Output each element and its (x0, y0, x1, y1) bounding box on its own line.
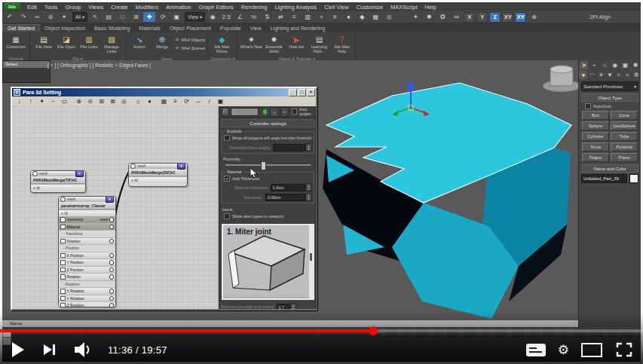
primitive-teapot-button[interactable]: Teapot (582, 153, 609, 162)
node-id-row[interactable]: + Id (129, 176, 187, 183)
percent-snap-icon[interactable]: % (247, 12, 259, 22)
param-checkbox[interactable] (60, 289, 66, 294)
node-output-port[interactable] (60, 197, 66, 202)
shapes-subtab[interactable]: ◠ (588, 71, 596, 79)
primitive-plane-button[interactable]: Plane (611, 153, 638, 162)
render-setup-icon[interactable]: ◆ (356, 12, 368, 22)
primitive-sphere-button[interactable]: Sphere (582, 121, 609, 130)
para-tool-18-icon[interactable]: ↔ (192, 96, 204, 106)
corner-icon[interactable]: ⌐ (280, 107, 289, 117)
axis-xy-button[interactable]: XY (515, 12, 526, 23)
ribbon-button-file-open[interactable]: ◪File Open (55, 35, 78, 54)
helpers-subtab[interactable]: ⌗ (614, 71, 623, 79)
primitive-category-dropdown[interactable]: Standard Primitives ▾ (581, 81, 638, 91)
param-checkbox[interactable] (60, 225, 66, 230)
progress-bar[interactable] (0, 329, 643, 332)
schematic-view-icon[interactable]: # (329, 12, 341, 22)
para-tool-16-icon[interactable]: ≡ (170, 96, 181, 106)
settings-gear-icon[interactable]: ⚙ (558, 344, 569, 356)
primitive-box-button[interactable]: Box (582, 111, 609, 120)
menu-edit[interactable]: Edit (23, 4, 41, 11)
ribbon-tab-get-started[interactable]: Get Started (2, 24, 40, 32)
volume-button[interactable] (75, 342, 94, 357)
param-output-port[interactable] (109, 268, 115, 273)
menu-views[interactable]: Views (84, 4, 107, 11)
motion-tab[interactable]: ◉ (611, 61, 619, 69)
param-row-rotation[interactable]: Rotation (59, 274, 115, 281)
param-output-port[interactable] (109, 296, 115, 301)
render-icon[interactable]: ◎ (383, 12, 395, 22)
use-pivot-icon[interactable]: ◉ (207, 12, 219, 22)
ribbon-tab-materials[interactable]: Materials (134, 25, 164, 32)
progress-scrubber[interactable] (369, 326, 378, 335)
param-output-port[interactable] (109, 260, 115, 265)
thickness-spinner[interactable]: ▲▼ (305, 183, 312, 191)
para-tool-4-icon[interactable]: ▭ (59, 96, 70, 106)
ribbon-button-merge[interactable]: ⊕Merge (151, 35, 173, 54)
ribbon-tab-populate[interactable]: Populate (216, 25, 246, 32)
node-graph-canvas[interactable]: mesh ▼ PARAMeshMerge(TIF)#1 + Id mesh ▼ … (14, 106, 217, 309)
modify-tab[interactable]: ⌁ (590, 61, 599, 69)
ribbon-button-what-s-new[interactable]: ✷What's New (240, 35, 262, 54)
menu-animation[interactable]: Animation (162, 4, 194, 11)
param-row-z-rotation[interactable]: Z Rotation (59, 302, 115, 307)
param-row-z-position[interactable]: Z Position (59, 267, 115, 274)
tolerance-spinner[interactable]: ▲▼ (305, 193, 312, 201)
subtitles-icon[interactable] (526, 344, 546, 356)
align-tool-label[interactable]: 3Pt Align (589, 14, 611, 20)
rectangular-selection-icon[interactable]: □ (116, 12, 128, 22)
create-tab[interactable]: ➤ (580, 61, 588, 69)
undo-icon[interactable]: ↶ (4, 12, 16, 22)
node-id-row[interactable]: + Id (59, 210, 115, 216)
miter-angle-field[interactable]: 1.7 (277, 304, 290, 310)
snaps-toggle-button[interactable]: 2.5 (220, 12, 232, 22)
panel-dock-icon[interactable]: ◰ (221, 107, 229, 117)
threshold-spinner[interactable]: ▲▼ (305, 143, 312, 151)
app-logo[interactable]: 3ds (4, 3, 20, 11)
node-meshmerge-right[interactable]: mesh ▼ PARAMeshMerge(DIF)#1 + Id (128, 163, 188, 187)
param-output-port[interactable] (109, 217, 115, 222)
object-type-rollout[interactable]: Object Type (581, 93, 638, 102)
layer-manager-icon[interactable]: ▥ (302, 12, 314, 22)
preview-scrollbar[interactable] (309, 225, 313, 298)
curve-editor-icon[interactable]: ≈ (315, 12, 327, 22)
unlink-icon[interactable]: ⊘ (44, 12, 57, 22)
menu-customize[interactable]: Customize (353, 4, 387, 11)
para-tool-15-icon[interactable]: ▦ (158, 96, 170, 106)
fullscreen-icon[interactable] (616, 342, 632, 357)
para-tool-0-icon[interactable]: ↓ (14, 96, 25, 106)
controller-name-field[interactable] (231, 108, 258, 116)
threshold-field[interactable] (273, 144, 305, 151)
cameras-subtab[interactable]: ▼ (605, 71, 614, 79)
object-name-field[interactable]: Unfolded_Part_39 (581, 174, 627, 183)
para-tool-3-icon[interactable]: − (47, 96, 59, 106)
ribbon-tab-view[interactable]: View (246, 25, 266, 32)
param-row-material[interactable]: Material (59, 224, 115, 231)
ribbon-tab-basic-modeling[interactable]: Basic Modeling (90, 25, 134, 32)
param-row-x-rotation[interactable]: X Rotation (59, 288, 115, 295)
ribbon-button-file-new[interactable]: ▤File New (32, 35, 55, 54)
select-move-icon[interactable]: ✚ (143, 12, 155, 22)
para-tool-8-icon[interactable]: ⊞ (96, 96, 107, 106)
utilities-tab[interactable]: ✱ (632, 61, 640, 69)
node-id-row[interactable]: + Id (31, 184, 85, 191)
node-output-port[interactable] (32, 171, 38, 176)
param-row-y-rotation[interactable]: Y Rotation (59, 295, 115, 303)
para-tool-9-icon[interactable]: ⊠ (107, 96, 118, 106)
para-tool-2-icon[interactable]: ✦ (36, 96, 47, 106)
spacewarps-subtab[interactable]: ≈ (623, 71, 632, 79)
param-checkbox[interactable] (60, 303, 66, 307)
para3d-window[interactable]: P Para 3d Setting _□× ↓↑✦−▭⊕⊖⊞⊠◎☼●▦≡⟳↔/▣… (11, 87, 317, 310)
maximize-icon[interactable]: □ (298, 89, 306, 96)
ribbon-button-3ds-max-help[interactable]: ?3ds Max Help (330, 35, 353, 54)
close-icon[interactable]: × (307, 89, 315, 96)
param-checkbox[interactable] (60, 239, 66, 244)
controller-settings-header[interactable]: Controller settings (221, 119, 315, 127)
rotate-icon[interactable]: ⟳ (157, 12, 169, 22)
param-output-port[interactable] (109, 239, 115, 244)
para-tool-20-icon[interactable]: ▣ (215, 96, 226, 106)
theater-mode-icon[interactable] (581, 343, 602, 357)
play-button[interactable] (12, 342, 24, 357)
ribbon-tab-object-placement[interactable]: Object Placement (165, 25, 216, 32)
param-checkbox[interactable] (60, 296, 66, 301)
